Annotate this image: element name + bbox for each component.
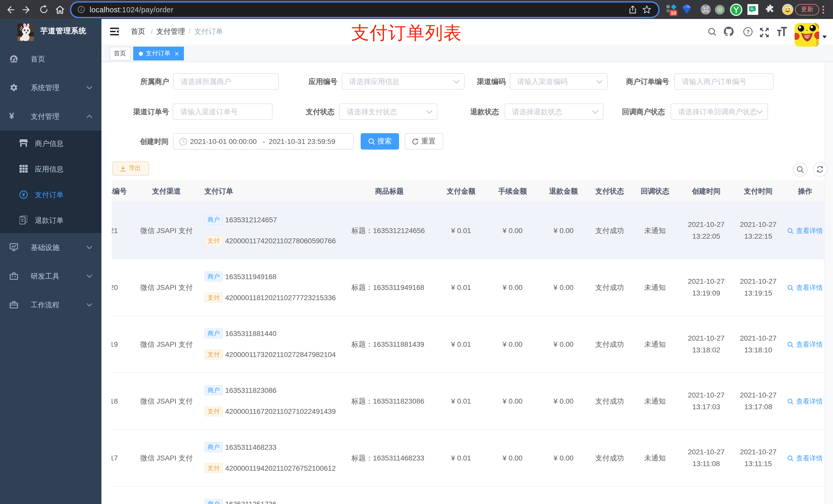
svg-text:?: ? — [746, 29, 749, 35]
svg-text:¥: ¥ — [22, 192, 25, 197]
svg-text:10: 10 — [671, 10, 676, 15]
